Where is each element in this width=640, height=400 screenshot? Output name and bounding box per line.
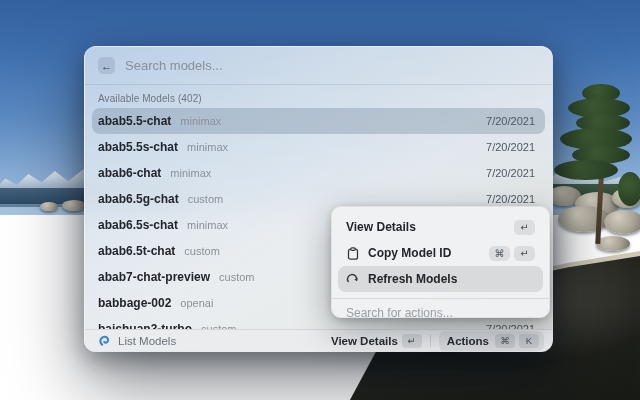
status-bar: List Models View Details ↵ Actions ⌘ K: [85, 329, 552, 351]
model-provider: minimax: [170, 167, 211, 179]
clipboard-icon: [346, 247, 359, 260]
menu-item-copy-model-id[interactable]: Copy Model ID ⌘ ↵: [338, 240, 543, 266]
list-item[interactable]: abab5.5-chat minimax 7/20/2021: [92, 108, 545, 134]
model-name: abab7-chat-preview: [98, 270, 210, 284]
model-name: abab6-chat: [98, 166, 161, 180]
actions-search-input[interactable]: Search for actions...: [332, 299, 549, 327]
k-keycap: K: [519, 334, 539, 348]
actions-button[interactable]: Actions ⌘ K: [439, 331, 544, 351]
model-provider: minimax: [180, 115, 221, 127]
model-date: 7/20/2021: [486, 167, 539, 179]
menu-item-label: View Details: [346, 220, 416, 234]
tree-foliage: [554, 160, 618, 180]
model-name: baichuan3-turbo: [98, 322, 192, 329]
list-item[interactable]: abab6-chat minimax 7/20/2021: [92, 160, 545, 186]
return-keycap: ↵: [514, 246, 535, 261]
model-name: abab6.5s-chat: [98, 218, 178, 232]
model-provider: openai: [180, 297, 213, 309]
actions-label: Actions: [447, 335, 489, 347]
return-keycap: ↵: [402, 334, 422, 348]
model-name: abab5.5-chat: [98, 114, 171, 128]
model-date: 7/20/2021: [486, 141, 539, 153]
model-provider: custom: [188, 193, 223, 205]
model-date: 7/20/2021: [486, 193, 539, 205]
primary-action-button[interactable]: View Details: [331, 335, 398, 347]
cmd-keycap: ⌘: [489, 246, 510, 261]
menu-item-view-details[interactable]: View Details ↵: [338, 214, 543, 240]
pine-tree: [552, 84, 640, 249]
model-name: abab5.5s-chat: [98, 140, 178, 154]
actions-menu: View Details ↵ Copy Model ID ⌘ ↵ Refresh…: [331, 206, 550, 318]
search-input[interactable]: Search models...: [125, 58, 223, 73]
tree-foliage: [618, 172, 640, 206]
refresh-icon: [346, 273, 359, 286]
divider: [430, 335, 431, 347]
model-provider: minimax: [187, 219, 228, 231]
model-provider: custom: [184, 245, 219, 257]
model-provider: minimax: [187, 141, 228, 153]
boulder: [40, 202, 58, 211]
list-item[interactable]: abab5.5s-chat minimax 7/20/2021: [92, 134, 545, 160]
app-label: List Models: [118, 335, 176, 347]
back-button[interactable]: ←: [98, 57, 115, 74]
menu-item-refresh-models[interactable]: Refresh Models: [338, 266, 543, 292]
model-provider: custom: [219, 271, 254, 283]
model-date: 7/20/2021: [486, 115, 539, 127]
model-name: abab6.5t-chat: [98, 244, 175, 258]
model-name: babbage-002: [98, 296, 171, 310]
list-models-app-icon: [98, 334, 111, 347]
return-keycap: ↵: [514, 220, 535, 235]
boulder: [62, 200, 86, 211]
menu-item-label: Refresh Models: [368, 272, 457, 286]
search-bar: ← Search models...: [85, 47, 552, 85]
arrow-left-icon: ←: [101, 60, 112, 72]
section-header: Available Models (402): [85, 86, 552, 108]
menu-item-label: Copy Model ID: [368, 246, 451, 260]
cmd-keycap: ⌘: [495, 334, 515, 348]
model-name: abab6.5g-chat: [98, 192, 179, 206]
